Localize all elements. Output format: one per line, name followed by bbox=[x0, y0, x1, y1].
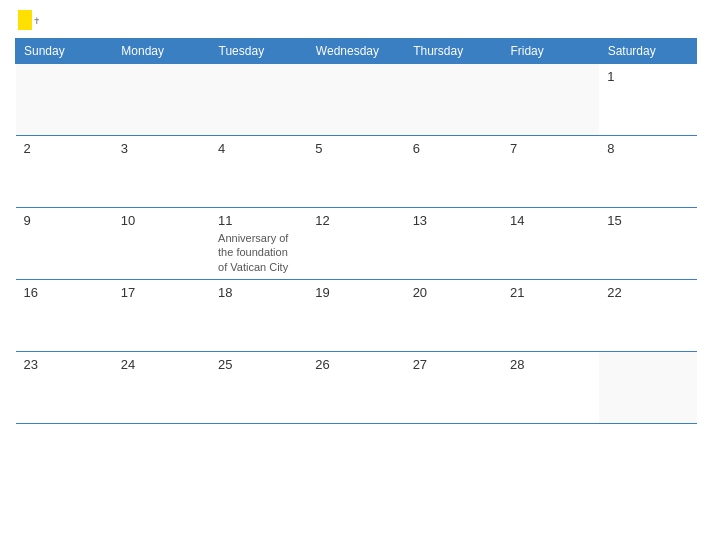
day-number: 21 bbox=[510, 285, 591, 300]
day-number: 6 bbox=[413, 141, 494, 156]
day-number: 3 bbox=[121, 141, 202, 156]
day-cell: 18 bbox=[210, 280, 307, 352]
day-cell bbox=[210, 64, 307, 136]
day-number: 2 bbox=[24, 141, 105, 156]
day-cell: 13 bbox=[405, 208, 502, 280]
weekday-saturday: Saturday bbox=[599, 39, 696, 64]
day-number: 18 bbox=[218, 285, 299, 300]
day-cell: 8 bbox=[599, 136, 696, 208]
day-cell: 17 bbox=[113, 280, 210, 352]
calendar-table: SundayMondayTuesdayWednesdayThursdayFrid… bbox=[15, 38, 697, 424]
day-cell bbox=[405, 64, 502, 136]
day-cell: 3 bbox=[113, 136, 210, 208]
calendar-wrapper: ✝ SundayMondayTuesdayWednesdayThursdayFr… bbox=[0, 0, 712, 550]
day-number: 7 bbox=[510, 141, 591, 156]
weekday-header-row: SundayMondayTuesdayWednesdayThursdayFrid… bbox=[16, 39, 697, 64]
day-number: 23 bbox=[24, 357, 105, 372]
weekday-tuesday: Tuesday bbox=[210, 39, 307, 64]
week-row-4: 16171819202122 bbox=[16, 280, 697, 352]
day-cell: 5 bbox=[307, 136, 404, 208]
day-cell: 15 bbox=[599, 208, 696, 280]
day-number: 22 bbox=[607, 285, 688, 300]
day-cell: 4 bbox=[210, 136, 307, 208]
week-row-5: 232425262728 bbox=[16, 352, 697, 424]
day-cell bbox=[502, 64, 599, 136]
day-number: 14 bbox=[510, 213, 591, 228]
day-number: 17 bbox=[121, 285, 202, 300]
weekday-wednesday: Wednesday bbox=[307, 39, 404, 64]
day-cell: 14 bbox=[502, 208, 599, 280]
day-number: 16 bbox=[24, 285, 105, 300]
weekday-thursday: Thursday bbox=[405, 39, 502, 64]
week-row-3: 91011Anniversary of the foundation of Va… bbox=[16, 208, 697, 280]
day-cell bbox=[113, 64, 210, 136]
day-number: 13 bbox=[413, 213, 494, 228]
svg-rect-1 bbox=[18, 10, 32, 30]
day-cell: 9 bbox=[16, 208, 113, 280]
day-cell: 10 bbox=[113, 208, 210, 280]
week-row-2: 2345678 bbox=[16, 136, 697, 208]
day-number: 1 bbox=[607, 69, 688, 84]
day-cell: 1 bbox=[599, 64, 696, 136]
day-number: 9 bbox=[24, 213, 105, 228]
logo-flag-icon: ✝ bbox=[18, 10, 46, 30]
day-number: 11 bbox=[218, 213, 299, 228]
day-cell: 22 bbox=[599, 280, 696, 352]
day-cell: 20 bbox=[405, 280, 502, 352]
day-cell: 23 bbox=[16, 352, 113, 424]
day-number: 26 bbox=[315, 357, 396, 372]
day-number: 10 bbox=[121, 213, 202, 228]
day-cell: 26 bbox=[307, 352, 404, 424]
day-cell: 19 bbox=[307, 280, 404, 352]
day-cell bbox=[16, 64, 113, 136]
day-cell: 2 bbox=[16, 136, 113, 208]
day-cell: 21 bbox=[502, 280, 599, 352]
day-cell: 7 bbox=[502, 136, 599, 208]
calendar-header: ✝ bbox=[15, 10, 697, 30]
weekday-friday: Friday bbox=[502, 39, 599, 64]
day-number: 15 bbox=[607, 213, 688, 228]
day-cell: 24 bbox=[113, 352, 210, 424]
day-number: 27 bbox=[413, 357, 494, 372]
day-cell: 25 bbox=[210, 352, 307, 424]
day-cell bbox=[307, 64, 404, 136]
weekday-sunday: Sunday bbox=[16, 39, 113, 64]
day-number: 25 bbox=[218, 357, 299, 372]
day-number: 24 bbox=[121, 357, 202, 372]
day-cell: 28 bbox=[502, 352, 599, 424]
day-cell bbox=[599, 352, 696, 424]
day-number: 20 bbox=[413, 285, 494, 300]
day-cell: 6 bbox=[405, 136, 502, 208]
event-text: Anniversary of the foundation of Vatican… bbox=[218, 232, 288, 273]
day-number: 5 bbox=[315, 141, 396, 156]
day-number: 12 bbox=[315, 213, 396, 228]
day-number: 19 bbox=[315, 285, 396, 300]
week-row-1: 1 bbox=[16, 64, 697, 136]
svg-text:✝: ✝ bbox=[33, 16, 41, 26]
day-cell: 16 bbox=[16, 280, 113, 352]
weekday-monday: Monday bbox=[113, 39, 210, 64]
day-cell: 11Anniversary of the foundation of Vatic… bbox=[210, 208, 307, 280]
day-number: 4 bbox=[218, 141, 299, 156]
day-cell: 27 bbox=[405, 352, 502, 424]
logo: ✝ bbox=[15, 10, 46, 30]
day-number: 8 bbox=[607, 141, 688, 156]
day-number: 28 bbox=[510, 357, 591, 372]
day-cell: 12 bbox=[307, 208, 404, 280]
